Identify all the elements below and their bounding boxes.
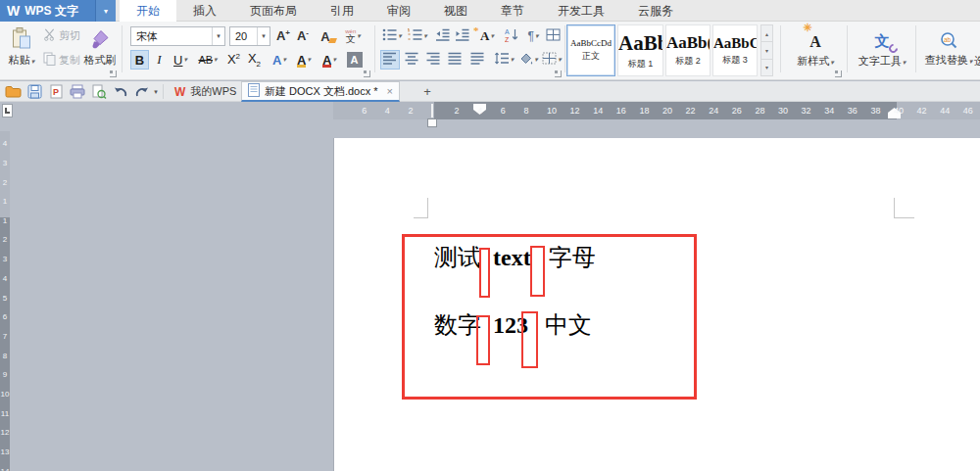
svg-text:A: A	[505, 28, 510, 35]
save-button[interactable]	[25, 83, 43, 100]
text-grid-button[interactable]	[544, 26, 562, 46]
new-style-icon: ✳A	[809, 25, 821, 51]
style-card-normal[interactable]: AaBbCcDd 正文	[566, 24, 615, 76]
print-preview-button[interactable]	[90, 83, 108, 100]
doc-line-1[interactable]: 测试text字母	[434, 243, 596, 272]
phonetic-guide-button[interactable]: wén 文 ▾	[339, 26, 367, 46]
quick-access-bar: P ▾ W 我的WPS × 新建 DOCX 文档.docx * × +	[0, 81, 980, 102]
undo-button[interactable]	[112, 83, 129, 100]
font-dialog-launcher[interactable]	[364, 71, 370, 77]
menu-tab-review[interactable]: 审阅	[370, 0, 427, 22]
increase-indent-button[interactable]	[453, 26, 470, 46]
menu-tab-page-layout[interactable]: 页面布局	[233, 0, 314, 22]
new-style-button[interactable]: ✳A 新样式▾	[784, 25, 847, 69]
shading-button[interactable]: ▾	[517, 50, 539, 70]
app-menu-button[interactable]: W WPS 文字	[0, 0, 95, 22]
ruler-number: 2	[455, 106, 460, 116]
character-scale-button[interactable]: *A▾	[474, 26, 500, 46]
ruler-number: 16	[616, 106, 626, 116]
align-right-button[interactable]	[423, 50, 443, 70]
style-card-heading1[interactable]: AaBb 标题 1	[617, 24, 663, 76]
menu-tab-home[interactable]: 开始	[120, 0, 176, 22]
caret-icon: ▾	[31, 58, 35, 65]
paragraph-mark-button[interactable]: ¶▾	[522, 26, 544, 46]
decrease-indent-button[interactable]	[433, 26, 451, 46]
paragraph-dialog-launcher[interactable]	[555, 71, 562, 77]
new-tab-button[interactable]: +	[419, 83, 435, 99]
shrink-font-button[interactable]: A-	[294, 26, 312, 46]
find-replace-group: ab 查找替换▾	[919, 22, 978, 80]
cut-button[interactable]: 剪切	[43, 28, 80, 43]
h-ruler[interactable]: 6422468101214161820222426283032343638404…	[333, 102, 980, 119]
styles-scroll-down[interactable]: ▾	[761, 42, 772, 59]
highlight-color-button[interactable]: A▾	[292, 50, 316, 70]
style-preview: AaBb	[618, 31, 662, 56]
svg-text:Z: Z	[505, 36, 510, 43]
print-button[interactable]	[69, 83, 86, 100]
clipboard-dialog-launcher[interactable]	[110, 71, 117, 77]
doc-line-2[interactable]: 数字123中文	[434, 310, 592, 340]
align-center-button[interactable]	[402, 50, 421, 70]
redo-button[interactable]	[133, 83, 151, 100]
app-menu-caret[interactable]: ▾	[95, 0, 116, 22]
borders-button[interactable]: ▾	[541, 50, 563, 70]
subscript-button[interactable]: X2	[245, 50, 264, 70]
menu-tab-cloud[interactable]: 云服务	[621, 0, 690, 22]
menu-tab-view[interactable]: 视图	[427, 0, 484, 22]
font-color-button[interactable]: A▾	[318, 50, 341, 70]
caret-icon: ▾	[534, 56, 538, 64]
sort-button[interactable]: AZ	[502, 26, 520, 46]
distribute-button[interactable]	[466, 50, 488, 70]
styles-dialog-launcher[interactable]	[835, 71, 842, 77]
quickbar-caret[interactable]: ▾	[151, 83, 161, 100]
paste-button[interactable]: 粘贴▾	[2, 24, 41, 68]
menu-tab-references[interactable]: 引用	[314, 0, 370, 22]
caret-icon: ▾	[830, 59, 834, 66]
chevron-down-icon[interactable]: ▾	[212, 27, 224, 45]
underline-button[interactable]: U▾	[170, 50, 191, 70]
font-size-combo[interactable]: 20 ▾	[229, 26, 270, 46]
document-workspace[interactable]: 6422468101214161820222426283032343638404…	[0, 102, 980, 471]
italic-button[interactable]: I	[152, 50, 167, 70]
close-icon[interactable]: ×	[387, 85, 393, 97]
caret-icon: ▾	[490, 32, 494, 40]
justify-button[interactable]	[445, 50, 465, 70]
clear-format-button[interactable]: A	[316, 26, 335, 46]
style-card-heading3[interactable]: AaBbC 标题 3	[712, 24, 758, 76]
v-ruler[interactable]: 43211234567891011121314	[0, 131, 10, 471]
open-button[interactable]	[4, 83, 22, 100]
find-replace-button[interactable]: ab 查找替换▾	[919, 24, 978, 68]
text-effects-button[interactable]: A▾	[269, 50, 290, 70]
numbering-button[interactable]: ▾	[406, 26, 429, 46]
copy-button[interactable]: 复制	[43, 52, 80, 68]
caret-icon: ▾	[357, 32, 361, 40]
align-left-button[interactable]	[380, 50, 400, 70]
chevron-down-icon[interactable]: ▾	[257, 27, 270, 45]
text-tool-button[interactable]: 文 文字工具▾	[851, 25, 913, 69]
left-indent-marker[interactable]	[427, 118, 437, 127]
justify-icon	[447, 51, 463, 69]
line-spacing-button[interactable]: ▾	[492, 50, 515, 70]
style-name: 标题 3	[722, 54, 748, 67]
style-card-heading2[interactable]: AaBb( 标题 2	[665, 24, 710, 76]
superscript-button[interactable]: X2	[224, 50, 243, 70]
ruler-number: 3	[0, 159, 10, 167]
left-indent-pin[interactable]	[431, 104, 433, 118]
bold-button[interactable]: B	[130, 50, 149, 70]
clipped-button-label[interactable]: 选	[974, 54, 980, 69]
tab-document[interactable]: 新建 DOCX 文档.docx * ×	[241, 81, 400, 102]
format-painter-button[interactable]: 格式刷	[80, 24, 120, 68]
styles-more-button[interactable]: ▾	[761, 60, 772, 75]
character-shading-button[interactable]: A	[345, 50, 364, 70]
font-family-combo[interactable]: 宋体 ▾	[130, 26, 225, 46]
strikethrough-button[interactable]: AB▾	[194, 50, 221, 70]
title-bar: W WPS 文字 ▾ 开始 插入 页面布局 引用 审阅 视图 章节 开发工具 云…	[0, 0, 980, 22]
styles-scroll-up[interactable]: ▴	[761, 25, 772, 42]
tab-stop-selector[interactable]	[2, 104, 13, 118]
menu-tab-dev-tools[interactable]: 开发工具	[541, 0, 621, 22]
grow-font-button[interactable]: A+	[274, 26, 292, 46]
menu-tab-insert[interactable]: 插入	[176, 0, 233, 22]
bullets-button[interactable]: ▾	[380, 26, 404, 46]
menu-tab-section[interactable]: 章节	[484, 0, 541, 22]
export-pdf-button[interactable]: P	[47, 83, 65, 100]
